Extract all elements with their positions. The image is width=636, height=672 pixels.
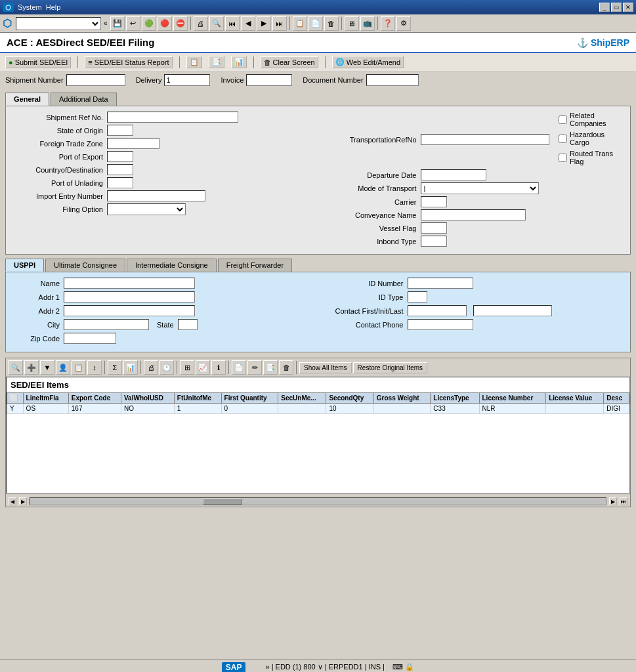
command-dropdown[interactable] <box>16 17 101 30</box>
refresh-red-button[interactable]: 🔴 <box>158 16 172 31</box>
country-destination-input[interactable] <box>107 164 133 175</box>
col-secondqty[interactable]: SecondQty <box>326 393 373 404</box>
name-input[interactable] <box>64 278 195 289</box>
shipment-number-input[interactable] <box>66 74 125 86</box>
id-number-input[interactable] <box>408 278 473 289</box>
options-button[interactable]: ⚙ <box>396 16 411 31</box>
items-filter-btn[interactable]: ▼ <box>40 360 54 375</box>
tab-general[interactable]: General <box>5 93 49 106</box>
restore-original-items-button[interactable]: Restore Original Items <box>353 362 427 373</box>
items-chart-btn[interactable]: 📊 <box>123 360 138 375</box>
col-license-number[interactable]: License Number <box>479 393 546 404</box>
delivery-input[interactable] <box>164 74 210 86</box>
paste-button[interactable]: 📄 <box>308 16 323 31</box>
city-input[interactable] <box>64 319 149 330</box>
tab-additional-data[interactable]: Additional Data <box>51 93 117 106</box>
items-doc-btn[interactable]: 📄 <box>232 360 246 375</box>
scroll-thumb[interactable] <box>203 498 242 505</box>
document-number-input[interactable] <box>366 74 419 86</box>
restore-button[interactable]: ▭ <box>611 3 622 12</box>
hazardous-cargo-checkbox[interactable] <box>559 135 567 143</box>
port-of-export-input[interactable] <box>107 151 133 162</box>
port-unlading-input[interactable] <box>107 177 133 188</box>
items-paste-btn[interactable]: 📋 <box>72 360 86 375</box>
scroll-right2-btn[interactable]: ▶ <box>609 497 617 505</box>
col-ftunit[interactable]: FtUnitofMe <box>174 393 221 404</box>
items-copy-btn[interactable]: 👤 <box>56 360 70 375</box>
copy-button[interactable]: 📋 <box>293 16 307 31</box>
clear-screen-button[interactable]: 🗑 Clear Screen <box>261 56 318 68</box>
refresh-green-button[interactable]: 🟢 <box>142 16 156 31</box>
state-input[interactable] <box>178 319 198 330</box>
shipment-ref-input[interactable] <box>107 112 238 123</box>
stop-button[interactable]: ⛔ <box>173 16 188 31</box>
inbond-type-input[interactable] <box>421 236 447 247</box>
items-print-btn[interactable]: 🖨 <box>144 360 158 375</box>
items-sum-btn[interactable]: Σ <box>108 360 122 375</box>
col-desc[interactable]: Desc <box>604 393 629 404</box>
conveyance-input[interactable] <box>421 209 526 220</box>
items-clock-btn[interactable]: 🕐 <box>159 360 174 375</box>
save-button[interactable]: 💾 <box>110 16 125 31</box>
status-report-button[interactable]: ≡ SED/EEI Status Report <box>85 56 172 68</box>
prev-button[interactable]: ◀ <box>241 16 255 31</box>
screen2-button[interactable]: 📺 <box>360 16 375 31</box>
items-sort-btn[interactable]: ↕ <box>87 360 102 375</box>
tab-freight-forwarder[interactable]: Freight Forwarder <box>218 259 292 272</box>
related-companies-checkbox[interactable] <box>559 116 567 124</box>
scroll-right-btn[interactable]: ▶ <box>19 497 27 505</box>
contact-last-input[interactable] <box>473 305 552 316</box>
table-row[interactable]: Y OS 167 NO 1 0 10 C33 NLR DI <box>7 404 629 414</box>
col-licens-type[interactable]: LicensType <box>431 393 479 404</box>
col-license-value[interactable]: License Value <box>546 393 604 404</box>
departure-date-input[interactable] <box>421 169 486 180</box>
tab-intermediate-consignee[interactable]: Intermediate Consigne <box>127 259 217 272</box>
tab-usppi[interactable]: USPPI <box>5 259 44 272</box>
items-bar-btn[interactable]: 📈 <box>196 360 210 375</box>
mode-transport-select[interactable]: | <box>421 182 539 194</box>
col-valwholus[interactable]: ValWholUSD <box>121 393 174 404</box>
items-copy2-btn[interactable]: 📑 <box>263 360 278 375</box>
id-type-input[interactable] <box>408 291 427 303</box>
icon-btn1[interactable]: 📋 <box>186 56 202 68</box>
icon-btn2[interactable]: 📑 <box>209 56 224 68</box>
col-lineitm[interactable]: LineItmFla <box>23 393 68 404</box>
invoice-input[interactable] <box>246 74 292 86</box>
items-grid-btn[interactable]: ⊞ <box>180 360 194 375</box>
undo-button[interactable]: ↩ <box>126 16 140 31</box>
nav-back-icon[interactable]: « <box>102 18 109 28</box>
zip-input[interactable] <box>64 333 116 344</box>
submit-sed-eei-button[interactable]: ● Submit SED/EEI <box>5 56 71 68</box>
minimize-button[interactable]: _ <box>599 3 610 12</box>
items-search-btn[interactable]: 🔍 <box>9 360 23 375</box>
items-edit-btn[interactable]: ✏ <box>247 360 262 375</box>
screen1-button[interactable]: 🖥 <box>345 16 359 31</box>
col-gross-weight[interactable]: Gross Weight <box>373 393 431 404</box>
filing-option-select[interactable] <box>107 203 186 215</box>
contact-first-input[interactable] <box>408 305 467 316</box>
first-button[interactable]: ⏮ <box>225 16 240 31</box>
addr2-input[interactable] <box>64 305 195 316</box>
transport-ref-input[interactable] <box>421 134 549 145</box>
scroll-end-btn[interactable]: ⏭ <box>620 497 627 505</box>
last-button[interactable]: ⏭ <box>272 16 287 31</box>
carrier-input[interactable] <box>421 196 447 207</box>
col-secunme[interactable]: SecUnMe... <box>278 393 326 404</box>
col-first-qty[interactable]: First Quantity <box>221 393 278 404</box>
next-button[interactable]: ▶ <box>257 16 271 31</box>
tab-ultimate-consignee[interactable]: Ultimate Consignee <box>45 259 125 272</box>
print-button[interactable]: 🖨 <box>194 16 208 31</box>
show-all-items-button[interactable]: Show All Items <box>299 362 352 373</box>
close-button[interactable]: ✕ <box>623 3 633 12</box>
icon-btn3[interactable]: 📊 <box>231 56 247 68</box>
help-button[interactable]: ❓ <box>381 16 395 31</box>
routed-trans-checkbox[interactable] <box>559 154 567 162</box>
state-of-origin-input[interactable] <box>107 125 133 136</box>
delete-button[interactable]: 🗑 <box>324 16 339 31</box>
web-edit-button[interactable]: 🌐 Web Edit/Amend <box>332 56 404 68</box>
addr1-input[interactable] <box>64 291 195 303</box>
items-info-btn[interactable]: ℹ <box>211 360 226 375</box>
menu-help[interactable]: Help <box>46 3 61 11</box>
vessel-flag-input[interactable] <box>421 222 447 234</box>
menu-system[interactable]: System <box>18 3 42 11</box>
